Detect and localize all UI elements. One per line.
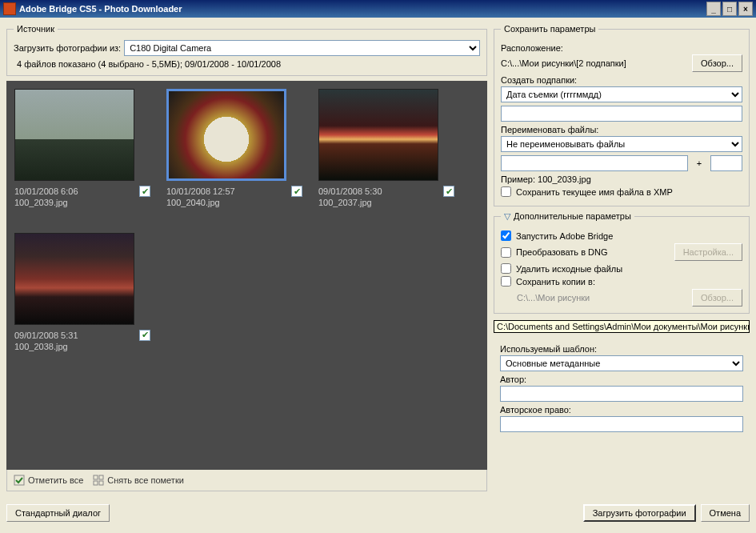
- thumbnail[interactable]: 09/01/2008 5:31100_2038.jpg✔: [14, 233, 150, 353]
- plus-label: +: [693, 158, 706, 168]
- dng-settings-button[interactable]: Настройка...: [674, 243, 742, 261]
- svg-rect-4: [99, 481, 103, 485]
- minimize-button[interactable]: _: [706, 2, 721, 16]
- browse-copies-button[interactable]: Обзор...: [692, 289, 742, 307]
- rename-number-input[interactable]: [710, 155, 742, 171]
- download-button[interactable]: Загрузить фотографии: [583, 504, 696, 522]
- subfolder-custom-input[interactable]: [501, 106, 742, 122]
- thumbnail-date: 09/01/2008 5:30: [318, 186, 382, 197]
- copies-path: C:\...\Мои рисунки: [501, 293, 687, 303]
- copyright-label: Авторское право:: [500, 405, 743, 415]
- location-path: C:\...\Мои рисунки\[2 подпапки]: [501, 58, 687, 68]
- thumbnail-filename: 100_2037.jpg: [318, 197, 382, 208]
- uncheck-all-button[interactable]: Снять все пометки: [93, 475, 184, 486]
- check-all-icon: [14, 475, 25, 486]
- thumbnail-image[interactable]: [166, 89, 286, 181]
- thumbnail[interactable]: 10/01/2008 6:06100_2039.jpg✔: [14, 89, 150, 209]
- window-title: Adobe Bridge CS5 - Photo Downloader: [19, 4, 182, 14]
- subfolders-select[interactable]: Дата съемки (ггггммдд): [501, 86, 742, 102]
- advanced-group: ▽Дополнительные параметры Запустить Adob…: [494, 211, 750, 314]
- launch-bridge-checkbox[interactable]: Запустить Adobe Bridge: [501, 230, 742, 241]
- copyright-input[interactable]: [500, 416, 743, 432]
- thumbnail-date: 10/01/2008 6:06: [14, 186, 78, 197]
- metadata-group: Используемый шаблон: Основные метаданные…: [494, 338, 750, 439]
- source-group: Источник Загрузить фотографии из: C180 D…: [6, 24, 487, 76]
- device-select[interactable]: C180 Digital Camera: [124, 40, 480, 56]
- maximize-button[interactable]: □: [722, 2, 737, 16]
- thumbnail-filename: 100_2040.jpg: [166, 197, 235, 208]
- save-copies-checkbox[interactable]: Сохранить копии в:: [501, 276, 742, 287]
- thumbnail-filename: 100_2039.jpg: [14, 197, 78, 208]
- advanced-legend: ▽Дополнительные параметры: [501, 211, 634, 222]
- check-all-button[interactable]: Отметить все: [14, 475, 83, 486]
- thumbnail-image[interactable]: [14, 89, 134, 181]
- svg-rect-0: [14, 475, 24, 485]
- thumbnail-checkbox[interactable]: ✔: [443, 186, 454, 197]
- source-legend: Источник: [14, 24, 58, 34]
- dialog-footer: Стандартный диалог Загрузить фотографии …: [0, 498, 756, 528]
- thumbnail-image[interactable]: [14, 233, 134, 325]
- svg-rect-2: [99, 475, 103, 479]
- uncheck-all-icon: [93, 475, 104, 486]
- standard-dialog-button[interactable]: Стандартный диалог: [6, 504, 110, 522]
- source-status: 4 файлов показано (4 выбрано - 5,5МБ); 0…: [17, 59, 480, 69]
- cancel-button[interactable]: Отмена: [701, 504, 750, 522]
- load-from-label: Загрузить фотографии из:: [14, 43, 121, 53]
- thumbnail-meta: 09/01/2008 5:31100_2038.jpg: [14, 330, 78, 353]
- browse-location-button[interactable]: Обзор...: [692, 54, 742, 72]
- close-button[interactable]: ×: [738, 2, 753, 16]
- example-value: 100_2039.jpg: [538, 174, 591, 184]
- save-group: Сохранить параметры Расположение: C:\...…: [494, 24, 750, 206]
- subfolders-label: Создать подпапки:: [501, 75, 742, 85]
- thumbnail-meta: 09/01/2008 5:30100_2037.jpg: [318, 186, 382, 209]
- disclosure-icon[interactable]: ▽: [504, 211, 510, 221]
- thumbnail-date: 09/01/2008 5:31: [14, 330, 78, 341]
- thumbnail[interactable]: 10/01/2008 12:57100_2040.jpg✔: [166, 89, 302, 209]
- title-bar: Adobe Bridge CS5 - Photo Downloader _ □ …: [0, 0, 756, 18]
- thumbnail-checkbox[interactable]: ✔: [139, 330, 150, 341]
- rename-label: Переименовать файлы:: [501, 125, 742, 134]
- window-controls: _ □ ×: [705, 2, 753, 16]
- thumbs-toolbar: Отметить все Снять все пометки: [6, 470, 487, 491]
- path-tooltip: C:\Documents and Settings\Admin\Мои доку…: [494, 320, 750, 333]
- example-label: Пример:: [501, 174, 535, 184]
- app-icon: [3, 2, 16, 15]
- thumbnail-filename: 100_2038.jpg: [14, 341, 78, 352]
- author-input[interactable]: [500, 386, 743, 402]
- rename-select[interactable]: Не переименовывать файлы: [501, 136, 742, 152]
- thumbnail-date: 10/01/2008 12:57: [166, 186, 235, 197]
- thumbnail-meta: 10/01/2008 6:06100_2039.jpg: [14, 186, 78, 209]
- save-legend: Сохранить параметры: [501, 24, 598, 34]
- thumbnails-viewport[interactable]: 10/01/2008 6:06100_2039.jpg✔10/01/2008 1…: [6, 81, 487, 470]
- save-xmp-checkbox[interactable]: Сохранить текущее имя файла в XMP: [501, 186, 742, 197]
- thumbnail-image[interactable]: [318, 89, 438, 181]
- delete-originals-checkbox[interactable]: Удалить исходные файлы: [501, 263, 742, 274]
- svg-rect-3: [94, 481, 98, 485]
- template-label: Используемый шаблон:: [500, 344, 743, 354]
- thumbnail-checkbox[interactable]: ✔: [139, 186, 150, 197]
- thumbnail-checkbox[interactable]: ✔: [291, 186, 302, 197]
- location-label: Расположение:: [501, 43, 742, 53]
- convert-dng-checkbox[interactable]: Преобразовать в DNG: [501, 247, 670, 258]
- rename-prefix-input[interactable]: [501, 155, 688, 171]
- svg-rect-1: [94, 475, 98, 479]
- thumbnail-meta: 10/01/2008 12:57100_2040.jpg: [166, 186, 235, 209]
- template-select[interactable]: Основные метаданные: [500, 355, 743, 371]
- author-label: Автор:: [500, 375, 743, 384]
- thumbnail[interactable]: 09/01/2008 5:30100_2037.jpg✔: [318, 89, 454, 209]
